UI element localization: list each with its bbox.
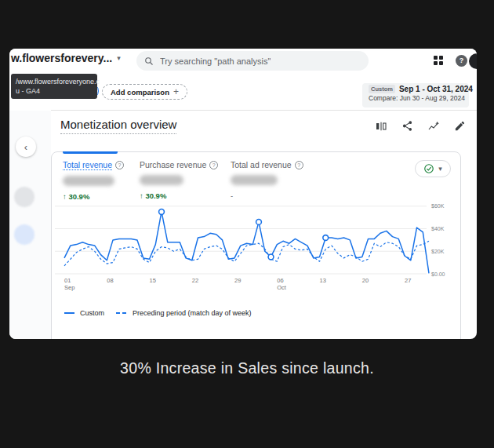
chevron-down-icon: ▾	[438, 165, 442, 173]
tooltip-line-1: /www.flowersforeveryone.c	[16, 77, 93, 86]
chart-layout-icon[interactable]	[375, 120, 387, 133]
share-icon[interactable]	[401, 120, 413, 132]
blurred-value	[140, 175, 183, 185]
date-range-type-badge: Custom	[369, 85, 395, 93]
check-circle-icon	[423, 163, 434, 174]
svg-text:$0.00: $0.00	[431, 271, 445, 277]
metric-label: Purchase revenue	[140, 160, 206, 169]
svg-text:Oct: Oct	[277, 284, 287, 291]
legend-solid-line-swatch	[64, 312, 74, 315]
svg-text:15: 15	[150, 277, 156, 284]
date-range-compare: Compare: Jun 30 - Aug 29, 2024	[369, 94, 464, 102]
chart-legend: Custom Preceding period (match day of we…	[64, 309, 252, 317]
chevron-down-icon: ▾	[117, 54, 121, 62]
question-icon[interactable]: ?	[295, 161, 303, 169]
svg-text:13: 13	[320, 277, 326, 284]
search-bar[interactable]: Try searching "path analysis"	[136, 51, 369, 71]
tooltip-line-2: u - GA4	[16, 86, 93, 96]
question-icon[interactable]: ?	[209, 161, 218, 169]
legend-dashed-line-swatch	[116, 312, 127, 315]
svg-text:$40K: $40K	[431, 226, 445, 231]
legend-label-custom: Custom	[80, 309, 104, 317]
page-title: Monetization overview	[60, 118, 176, 134]
analytics-window: w.flowersforevery... ▾ Try searching "pa…	[9, 49, 477, 339]
date-range-selector[interactable]: Custom Sep 1 - Oct 31, 2024 ▾ Compare: J…	[362, 83, 469, 107]
header-divider	[51, 110, 477, 111]
legend-label-preceding: Preceding period (match day of week)	[133, 309, 252, 317]
svg-text:20: 20	[362, 277, 369, 284]
svg-text:22: 22	[192, 277, 198, 284]
help-icon[interactable]: ?	[456, 55, 467, 67]
add-comparison-button[interactable]: Add comparison +	[102, 84, 187, 100]
collapse-nav-button[interactable]: ‹	[16, 137, 36, 157]
property-selector[interactable]: w.flowersforevery... ▾	[11, 52, 121, 64]
property-name: w.flowersforevery...	[11, 52, 112, 64]
svg-text:06: 06	[277, 277, 283, 284]
apps-grid-icon[interactable]	[434, 56, 443, 65]
data-quality-button[interactable]: ▾	[415, 160, 451, 177]
selected-metric-indicator	[63, 151, 118, 154]
svg-text:Sep: Sep	[64, 284, 74, 291]
chevron-left-icon: ‹	[24, 141, 27, 153]
plus-icon: +	[173, 86, 179, 97]
metric-label: Total ad revenue	[231, 160, 292, 169]
property-tooltip: /www.flowersforeveryone.c u - GA4	[11, 74, 97, 99]
caption-text: 30% Increase in Sales since launch.	[0, 359, 494, 377]
svg-text:29: 29	[234, 277, 241, 284]
revenue-chart[interactable]: $60K$40K$20K$0.0001Sep0815222906Oct13202…	[53, 195, 461, 291]
avatar[interactable]	[469, 53, 477, 69]
search-placeholder: Try searching "path analysis"	[160, 56, 271, 66]
svg-text:27: 27	[405, 277, 411, 284]
svg-text:01: 01	[64, 277, 71, 284]
nav-item-icon-selected[interactable]	[14, 224, 35, 245]
question-icon[interactable]: ?	[115, 161, 124, 169]
svg-text:08: 08	[107, 277, 113, 284]
add-comparison-label: Add comparison	[111, 88, 169, 97]
search-icon	[144, 56, 154, 66]
blurred-value	[231, 175, 278, 185]
svg-text:$60K: $60K	[431, 203, 445, 209]
edit-icon[interactable]	[454, 120, 466, 132]
svg-text:$20K: $20K	[431, 249, 445, 254]
date-range-value: Sep 1 - Oct 31, 2024	[399, 85, 473, 93]
metric-total-ad-revenue[interactable]: Total ad revenue ? -	[231, 160, 303, 200]
top-app-bar: w.flowersforevery... ▾ Try searching "pa…	[9, 49, 477, 72]
metric-label: Total revenue	[63, 160, 112, 170]
blurred-value	[63, 176, 114, 186]
nav-item-icon[interactable]	[14, 187, 35, 207]
insights-icon[interactable]	[427, 120, 440, 133]
metric-purchase-revenue[interactable]: Purchase revenue ? ↑ 30.9%	[140, 160, 218, 200]
revenue-chart-svg: $60K$40K$20K$0.0001Sep0815222906Oct13202…	[53, 195, 461, 291]
monetization-card: Total revenue ? ↑ 30.9% Purchase revenue…	[51, 151, 461, 339]
